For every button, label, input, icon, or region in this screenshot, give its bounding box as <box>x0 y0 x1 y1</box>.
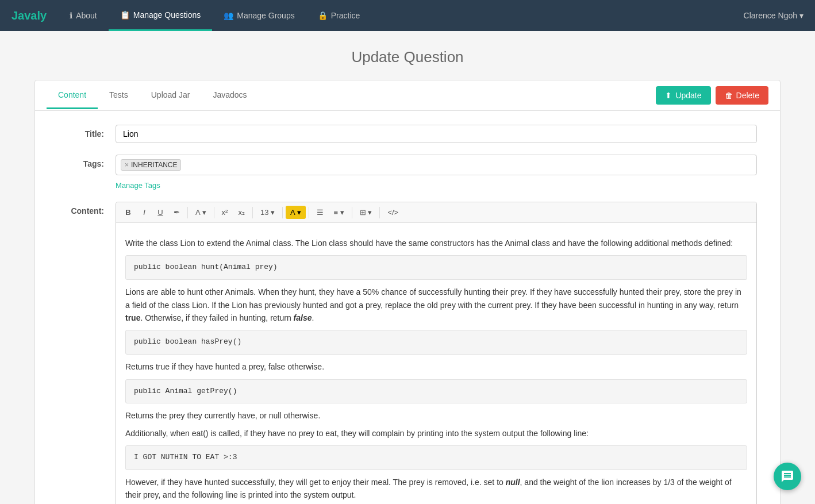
editor-toolbar: B I U ✒ A ▾ x² x₂ 13 ▾ A ▾ <box>116 202 756 223</box>
tabs-header: Content Tests Upload Jar Javadocs ⬆ Upda… <box>35 80 780 111</box>
editor-content[interactable]: Write the class Lion to extend the Anima… <box>116 223 756 504</box>
toolbar-sep-4 <box>282 207 283 218</box>
navbar: Javaly ℹ About 📋 Manage Questions 👥 Mana… <box>0 0 815 31</box>
toolbar-highlight[interactable]: A ▾ <box>286 206 306 219</box>
delete-button[interactable]: 🗑 Delete <box>716 86 768 105</box>
title-label: Title: <box>58 125 104 138</box>
nav-label-about: About <box>76 11 97 20</box>
toolbar-superscript[interactable]: x² <box>217 206 233 219</box>
tab-upload-jar[interactable]: Upload Jar <box>140 82 202 109</box>
update-button[interactable]: ⬆ Update <box>656 86 710 105</box>
questions-icon: 📋 <box>120 10 130 20</box>
toolbar-eraser[interactable]: ✒ <box>169 206 184 219</box>
chat-bubble[interactable] <box>774 463 801 490</box>
upload-icon: ⬆ <box>665 91 672 100</box>
toolbar-sep-6 <box>352 207 352 218</box>
nav-item-manage-questions[interactable]: 📋 Manage Questions <box>109 0 213 31</box>
content-row: Content: B I U ✒ A ▾ x² x₂ 13 ▾ <box>58 202 757 504</box>
content-label: Content: <box>58 202 104 216</box>
tab-content[interactable]: Content <box>47 82 98 109</box>
content-para1: Write the class Lion to extend the Anima… <box>125 237 747 249</box>
toolbar-font-color[interactable]: A ▾ <box>191 206 211 219</box>
nav-label-practice: Practice <box>331 11 360 20</box>
info-icon: ℹ <box>70 11 72 20</box>
toolbar-align[interactable]: ≡ ▾ <box>329 206 349 219</box>
manage-tags-link[interactable]: Manage Tags <box>116 181 160 190</box>
toolbar-sep-2 <box>214 207 214 218</box>
toolbar-sep-3 <box>252 207 253 218</box>
code-block-1: public boolean hunt(Animal prey) <box>125 255 747 280</box>
page-title: Update Question <box>34 48 781 66</box>
toolbar-sep-1 <box>187 207 188 218</box>
tabs-actions: ⬆ Update 🗑 Delete <box>656 80 768 110</box>
nav-label-manage-questions: Manage Questions <box>133 10 201 20</box>
toolbar-ul[interactable]: ☰ <box>312 206 328 219</box>
title-row: Title: <box>58 125 757 143</box>
toolbar-table[interactable]: ⊞ ▾ <box>355 206 377 219</box>
code-block-2: public boolean hasPrey() <box>125 330 747 355</box>
toolbar-underline[interactable]: U <box>153 206 168 219</box>
practice-icon: 🔒 <box>318 11 328 20</box>
user-caret: ▾ <box>799 11 804 20</box>
content-para4: Returns the prey they currently have, or… <box>125 409 747 422</box>
code-block-3: public Animal getPrey() <box>125 379 747 404</box>
main-card: Content Tests Upload Jar Javadocs ⬆ Upda… <box>34 80 781 504</box>
update-label: Update <box>675 91 701 100</box>
content-para3: Returns true if they have hunted a prey,… <box>125 360 747 373</box>
toolbar-subscript[interactable]: x₂ <box>233 206 249 219</box>
italic-null: null <box>506 478 520 487</box>
tag-inheritance[interactable]: × INHERITANCE <box>121 159 181 171</box>
user-name: Clarence Ngoh <box>744 11 797 20</box>
title-input[interactable] <box>116 125 757 143</box>
tags-row: Tags: × INHERITANCE Manage Tags <box>58 155 757 190</box>
delete-label: Delete <box>736 91 759 100</box>
tag-remove-icon[interactable]: × <box>125 161 129 169</box>
bold-true: true <box>125 313 140 322</box>
tags-input[interactable]: × INHERITANCE <box>116 155 757 175</box>
tag-label: INHERITANCE <box>131 161 177 169</box>
content-para6: However, if they have hunted successfull… <box>125 476 747 502</box>
nav-user[interactable]: Clarence Ngoh ▾ <box>744 11 804 20</box>
brand: Javaly <box>11 9 47 22</box>
toolbar-code[interactable]: </> <box>383 206 403 219</box>
tags-container: × INHERITANCE Manage Tags <box>116 155 757 190</box>
groups-icon: 👥 <box>224 11 233 20</box>
page-container: Update Question Content Tests Upload Jar… <box>0 31 815 504</box>
toolbar-sep-7 <box>379 207 380 218</box>
tab-javadocs[interactable]: Javadocs <box>201 82 258 109</box>
toolbar-font-size[interactable]: 13 ▾ <box>256 206 279 219</box>
nav-item-about[interactable]: ℹ About <box>58 0 109 31</box>
form-body: Title: Tags: × INHERITANCE Manage Tags <box>35 111 780 504</box>
nav-item-manage-groups[interactable]: 👥 Manage Groups <box>212 0 306 31</box>
toolbar-sep-5 <box>309 207 309 218</box>
italic-false: false <box>294 313 312 322</box>
toolbar-italic[interactable]: I <box>137 206 152 219</box>
tab-tests[interactable]: Tests <box>98 82 140 109</box>
nav-item-practice[interactable]: 🔒 Practice <box>306 0 372 31</box>
editor-wrapper: B I U ✒ A ▾ x² x₂ 13 ▾ A ▾ <box>116 202 757 504</box>
tags-label: Tags: <box>58 155 104 168</box>
nav-items: ℹ About 📋 Manage Questions 👥 Manage Grou… <box>58 0 743 31</box>
toolbar-bold[interactable]: B <box>121 206 136 219</box>
content-para5: Additionally, when eat() is called, if t… <box>125 427 747 440</box>
trash-icon: 🗑 <box>725 91 733 100</box>
content-para2: Lions are able to hunt other Animals. Wh… <box>125 286 747 324</box>
code-block-4: I GOT NUTHIN TO EAT >:3 <box>125 445 747 470</box>
nav-label-manage-groups: Manage Groups <box>237 11 294 20</box>
